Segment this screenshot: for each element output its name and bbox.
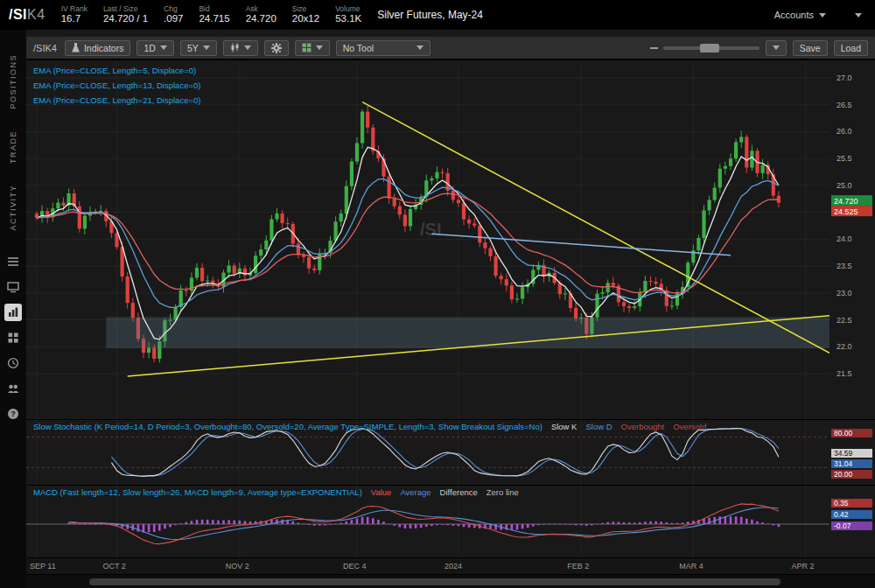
svg-text:?: ? [10,410,16,418]
gear-icon [271,43,282,53]
drawing-tool-dropdown[interactable]: No Tool [336,40,430,56]
iv-rank-field: IV Rank 16.7 [61,5,88,25]
price-panel: EMA (Price=CLOSE, Length=5, Displace=0) … [26,60,875,419]
symbol-root: /SI [9,7,27,22]
chart-watermark: /SI [420,220,441,239]
save-label: Save [800,43,821,53]
drawing-tool-value: No Tool [343,43,374,53]
topbar-menu-button[interactable] [850,7,866,23]
volume-field: Volume 53.1K [335,5,361,25]
legend-value: Value [371,487,392,497]
timeframe-dropdown[interactable]: 1D [136,40,173,56]
ema5-line [37,147,779,340]
svg-text:31.04: 31.04 [834,459,853,468]
layout-dropdown[interactable] [295,40,330,56]
ema21-label[interactable]: EMA (Price=CLOSE, Length=21, Displace=0) [33,93,200,108]
sidebar-tab-positions[interactable]: POSITIONS [9,44,18,120]
ema13-line [37,178,779,307]
range-value: 5Y [187,43,199,53]
time-tick-label: FEB 2 [567,562,589,570]
svg-text:-0.07: -0.07 [834,522,851,530]
macd-label[interactable]: MACD (Fast length=12, Slow length=26, MA… [33,487,362,497]
time-tick-label: DEC 4 [343,562,367,570]
range-dropdown[interactable]: 5Y [180,40,217,56]
candlestick-icon [230,43,240,52]
chart-scrollbar[interactable] [26,574,875,588]
chevron-down-icon [160,46,167,50]
zoom-out-icon[interactable] [650,47,658,49]
svg-text:23.0: 23.0 [836,289,852,298]
time-axis[interactable]: SEP 11OCT 2NOV 2DEC 42024FEB 2MAR 4APR 2 [26,557,875,574]
chart-toolbar: /SIK4 Indicators 1D 5Y [26,37,875,60]
scanner-icon[interactable] [4,278,22,296]
accounts-dropdown[interactable]: Accounts [774,10,826,20]
time-tick-label: NOV 2 [226,562,249,570]
macd-legend: ValueAverageDifferenceZero line [362,487,519,497]
field-value: 24.720 / 1 [103,13,148,24]
field-label: Ask [246,5,276,14]
legend-zero-line: Zero line [486,487,519,497]
svg-text:26.0: 26.0 [836,127,852,136]
stochastic-legend: Slow KSlow DOverboughtOversold [542,422,706,431]
share-icon[interactable] [4,380,22,397]
stochastic-panel: Slow Stochastic (K Period=14, D Period=3… [26,419,875,485]
chart-settings-button[interactable] [264,40,289,56]
grid-layout-icon [302,43,312,52]
svg-text:21.5: 21.5 [836,369,852,378]
timeframe-value: 1D [144,43,155,53]
charts-icon[interactable] [4,304,22,321]
flask-icon [72,43,80,52]
svg-text:23.5: 23.5 [836,262,852,270]
ema5-label[interactable]: EMA (Price=CLOSE, Length=5, Displace=0) [33,63,200,78]
load-label: Load [841,43,861,53]
chart-symbol-label: /SIK4 [33,43,57,53]
sidebar-icon-group: ? [4,253,22,423]
macd-panel: MACD (Fast length=12, Slow length=26, MA… [26,485,875,557]
indicators-label: Indicators [84,43,124,53]
legend-average: Average [400,487,430,497]
macd-label-row: MACD (Fast length=12, Slow length=26, MA… [33,487,519,497]
chevron-down-icon [819,13,826,18]
help-icon[interactable]: ? [4,405,22,423]
svg-text:26.5: 26.5 [836,101,852,109]
watchlist-icon[interactable] [4,253,22,270]
legend-slow-k: Slow K [551,422,578,431]
svg-text:27.0: 27.0 [836,74,852,82]
history-icon[interactable] [4,354,22,372]
price-chart-canvas[interactable]: 27.026.526.025.525.024.524.023.523.022.5… [26,60,875,419]
field-value: 53.1K [335,13,361,24]
load-button[interactable]: Load [834,40,868,56]
chevron-down-icon [855,13,862,18]
svg-text:22.0: 22.0 [836,342,852,351]
chart-type-dropdown[interactable] [223,40,258,56]
field-label: Size [292,5,319,14]
time-tick-label: MAR 4 [679,562,704,570]
svg-text:20.00: 20.00 [834,470,853,479]
bid-field: Bid 24.715 [199,5,229,25]
chart-menu-dropdown[interactable] [766,40,787,56]
field-value: 24.715 [199,13,229,24]
svg-text:80.00: 80.00 [834,429,853,438]
field-label: Chg [164,5,183,14]
stochastic-label[interactable]: Slow Stochastic (K Period=14, D Period=3… [33,422,542,431]
zoom-slider[interactable] [663,46,760,50]
time-tick-label: APR 2 [791,562,814,570]
sidebar-tab-trade[interactable]: TRADE [9,120,18,174]
apps-icon[interactable] [4,329,22,346]
save-button[interactable]: Save [793,40,828,56]
svg-text:25.5: 25.5 [836,154,852,163]
indicators-button[interactable]: Indicators [65,40,131,56]
accounts-label: Accounts [774,10,814,20]
scrollbar-thumb[interactable] [89,578,780,585]
chevron-down-icon [416,46,424,50]
zoom-slider-thumb[interactable] [700,44,719,52]
legend-difference: Difference [440,487,478,497]
sidebar-tab-activity[interactable]: ACTIVITY [9,174,18,242]
svg-text:0.35: 0.35 [834,499,849,508]
ema13-label[interactable]: EMA (Price=CLOSE, Length=13, Displace=0) [33,78,200,93]
time-tick-label: OCT 2 [103,562,126,570]
last-size-field: Last / Size 24.720 / 1 [103,5,148,25]
svg-text:0.42: 0.42 [834,510,849,519]
svg-text:34.59: 34.59 [834,449,853,458]
field-label: IV Rank [61,5,88,14]
